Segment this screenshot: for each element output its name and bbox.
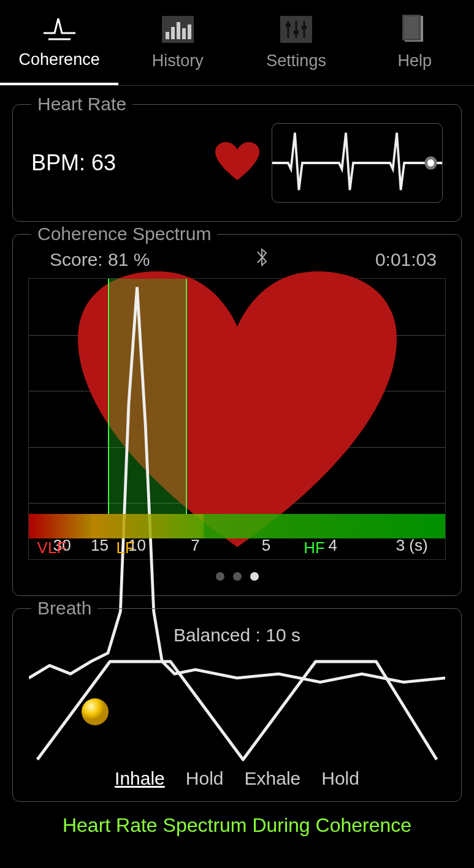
breath-ball-icon <box>80 697 110 729</box>
spectrum-panel: Coherence Spectrum Score: 81 % 0:01:03 3… <box>12 234 462 596</box>
bluetooth-icon <box>254 247 271 272</box>
svg-rect-2 <box>166 32 169 39</box>
tab-coherence[interactable]: Coherence <box>0 0 118 85</box>
panel-legend: Heart Rate <box>31 94 132 115</box>
phase-hold: Hold <box>186 768 224 789</box>
bpm-readout: BPM: 63 <box>31 150 203 176</box>
book-icon <box>402 15 427 44</box>
svg-rect-3 <box>171 27 175 39</box>
heart-icon <box>215 142 259 184</box>
svg-rect-11 <box>286 23 291 27</box>
frequency-band-bar <box>29 514 445 538</box>
svg-rect-16 <box>404 17 419 39</box>
elapsed-time: 0:01:03 <box>375 249 437 270</box>
svg-rect-13 <box>302 26 307 29</box>
svg-rect-6 <box>188 25 191 39</box>
breath-guide[interactable] <box>31 649 443 766</box>
heart-rate-panel: Heart Rate BPM: 63 <box>12 104 462 222</box>
panel-legend: Breath <box>31 598 97 619</box>
svg-rect-4 <box>177 22 180 39</box>
phase-hold-2: Hold <box>321 768 359 789</box>
tab-settings[interactable]: Settings <box>237 0 356 85</box>
tab-history[interactable]: History <box>118 0 237 85</box>
sliders-icon <box>280 15 312 44</box>
tab-bar: Coherence History Settings Help <box>0 0 474 86</box>
svg-point-18 <box>427 159 434 167</box>
svg-point-19 <box>82 698 109 725</box>
phase-exhale: Exhale <box>245 768 301 789</box>
phase-inhale: Inhale <box>115 768 165 789</box>
score-readout: Score: 81 % <box>50 249 150 270</box>
breath-phase-labels: Inhale Hold Exhale Hold <box>25 768 449 789</box>
band-labels: VLF LF HF <box>29 538 445 559</box>
tab-label: Coherence <box>19 50 100 69</box>
svg-rect-5 <box>182 28 186 39</box>
panel-legend: Coherence Spectrum <box>31 224 217 244</box>
tab-help[interactable]: Help <box>356 0 474 85</box>
spectrum-chart[interactable]: 30 15 10 7 5 4 3 (s) VLF LF HF <box>28 278 446 560</box>
breath-mode: Balanced : 10 s <box>25 625 449 646</box>
ecg-preview[interactable] <box>272 123 443 203</box>
bar-chart-icon <box>162 15 194 44</box>
tab-label: Help <box>398 51 432 70</box>
svg-rect-12 <box>294 31 299 34</box>
footer-caption: Heart Rate Spectrum During Coherence <box>0 814 474 837</box>
breath-panel: Breath Balanced : 10 s Inhale Hold Exhal… <box>12 608 462 802</box>
pulse-icon <box>42 13 77 43</box>
tab-label: Settings <box>266 51 326 70</box>
tab-label: History <box>152 51 204 70</box>
